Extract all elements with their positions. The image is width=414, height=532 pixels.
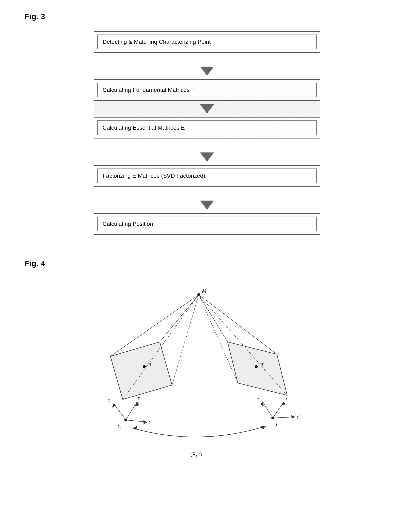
svg-text:(R, t): (R, t) (191, 451, 202, 457)
arrow-2 (94, 101, 320, 117)
svg-point-12 (143, 365, 146, 368)
flow-box-3: Calculating Essential Matrices E (97, 120, 317, 135)
fig3-label: Fig. 3 (25, 12, 389, 21)
flow-group-3: Calculating Essential Matrices E (94, 117, 320, 139)
flow-group-5: Calculating Position (94, 213, 320, 235)
fig4-label: Fig. 4 (25, 259, 389, 268)
arrow-3 (94, 149, 320, 165)
svg-text:z: z (138, 395, 140, 400)
flow-group-1: Detecting & Matching Characterizing Poin… (94, 31, 320, 53)
svg-marker-33 (291, 415, 295, 418)
svg-line-6 (172, 295, 199, 385)
svg-text:C′: C′ (276, 421, 281, 428)
svg-text:y′: y′ (297, 414, 300, 419)
svg-line-20 (114, 404, 126, 420)
svg-text:C: C (118, 424, 121, 429)
flow-group-2: Calculating Fundamental Matrices F (94, 79, 320, 101)
svg-marker-30 (281, 401, 285, 405)
svg-marker-3 (228, 342, 287, 395)
svg-text:m′: m′ (260, 361, 264, 367)
svg-point-14 (255, 365, 258, 368)
svg-marker-21 (112, 404, 116, 408)
svg-text:x: x (108, 397, 110, 403)
svg-text:M: M (202, 287, 207, 294)
svg-text:z′: z′ (257, 396, 260, 401)
flow-box-4: Factorizing E Matrices (SVD Factorized) (97, 169, 317, 183)
svg-marker-2 (110, 342, 172, 399)
fig3-section: Fig. 3 Detecting & Matching Characterizi… (25, 12, 389, 235)
svg-line-35 (262, 401, 273, 418)
svg-text:y: y (149, 419, 151, 424)
svg-marker-36 (260, 401, 264, 406)
fig4-diagram: M m m′ C (84, 278, 330, 463)
fig4-svg: M m m′ C (84, 278, 330, 463)
arrow-1 (94, 63, 320, 79)
flow-group-4: Factorizing E Matrices (SVD Factorized) (94, 165, 320, 187)
svg-line-26 (126, 401, 137, 420)
svg-line-8 (199, 295, 228, 342)
svg-marker-24 (143, 420, 147, 424)
flow-box-5: Calculating Position (97, 217, 317, 231)
flow-box-1: Detecting & Matching Characterizing Poin… (97, 35, 317, 49)
arrow-4 (94, 197, 320, 213)
svg-line-11 (199, 295, 238, 383)
flowchart: Detecting & Matching Characterizing Poin… (94, 31, 320, 235)
svg-text:x′: x′ (285, 396, 289, 401)
flow-box-2: Calculating Fundamental Matrices F (97, 83, 317, 97)
svg-text:m: m (147, 361, 151, 367)
fig4-section: Fig. 4 M m m′ (25, 259, 389, 463)
svg-line-5 (160, 295, 199, 342)
